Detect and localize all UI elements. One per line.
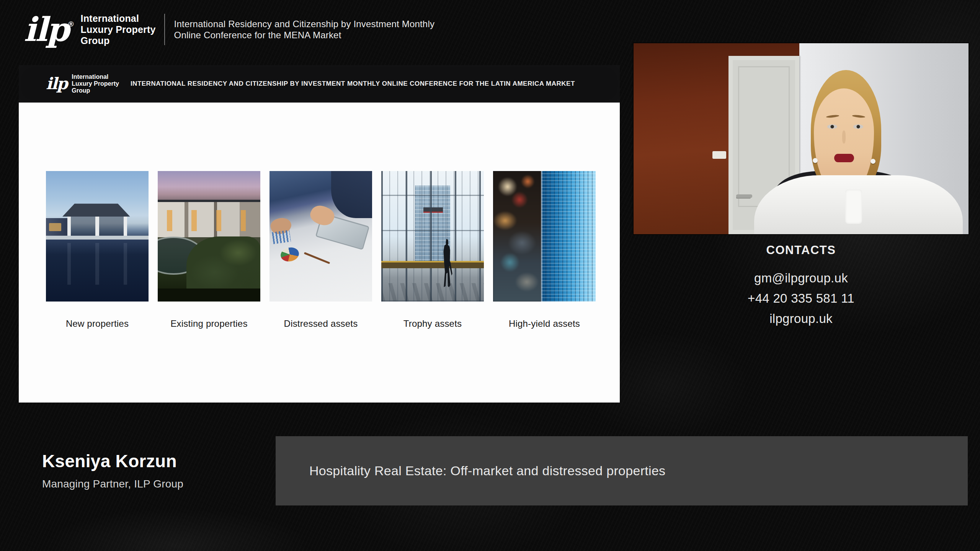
modern-house-sunset-image [158,171,260,302]
category-distressed-assets: Distressed assets [270,171,372,329]
hill-base-shape [158,289,260,302]
speaker-eye [853,124,863,129]
webinar-screen: ilp® International Luxury Property Group… [0,0,980,551]
category-label: High-yield assets [493,318,596,329]
top-banner: ilp® International Luxury Property Group… [24,7,434,52]
slide-header-bar: ilp International Luxury Property Group … [19,65,620,103]
speaker-video-feed [634,43,969,234]
speaker-earring [871,159,875,164]
registered-mark: ® [68,20,74,28]
bench-shape [381,262,484,268]
ilp-logo-script: ilp [24,10,68,49]
category-new-properties: New properties [46,171,149,329]
category-high-yield-assets: High-yield assets [493,171,596,329]
window-mullions-shape [381,171,484,302]
category-label: Trophy assets [381,318,484,329]
luxury-villa-pool-image [46,171,149,302]
speaker-collar [845,189,862,224]
contacts-heading: CONTACTS [634,243,969,257]
pool-deck-shape [46,236,149,240]
slide-ilp-logo-icon: ilp International Luxury Property Group [46,73,119,94]
webcam-door-handle [736,194,752,198]
lit-windows-shape [158,210,260,231]
event-title: International Residency and Citizenship … [174,18,435,41]
pie-chart-shape [279,246,301,263]
villa-window-glow [49,223,61,231]
glass-atrium-image [381,171,484,302]
digital-data-wall-image [493,171,596,302]
city-bokeh-shape [493,171,541,302]
speaker-eye [827,124,837,129]
contacts-block: CONTACTS gm@ilpgroup.uk +44 20 335 581 1… [634,243,969,329]
brand-name: International Luxury Property Group [80,13,155,46]
slide-ilp-logo-script: ilp [46,77,67,91]
slide-brand-name-line: International [72,73,119,80]
speaker-name: Kseniya Korzun [42,451,183,471]
asset-category-row: New properties Existing properties [46,171,596,329]
category-existing-properties: Existing properties [158,171,260,329]
brand-name-line: International [80,13,155,24]
contact-email: gm@ilpgroup.uk [634,268,969,288]
slide-brand-name-line: Group [72,87,119,94]
speaker-nose [842,130,846,143]
speaker-earring [813,158,818,163]
pavilion-posts-shape [67,215,127,238]
slide-brand-name: International Luxury Property Group [72,73,119,94]
led-data-wall-shape [541,171,596,302]
category-label: Existing properties [158,318,260,329]
event-title-line: International Residency and Citizenship … [174,18,435,29]
pool-reflection-shape [67,243,127,285]
suit-arm-shape [331,171,372,218]
brand-name-line: Luxury Property [80,24,155,35]
slide-body: New properties Existing properties [19,103,620,403]
slide-brand-name-line: Luxury Property [72,80,119,87]
contact-phone: +44 20 335 581 11 [634,288,969,308]
category-label: Distressed assets [270,318,372,329]
brand-divider [164,14,165,45]
speaker-lips [834,154,854,162]
session-title: Hospitality Real Estate: Off-market and … [309,463,665,478]
speaker-role: Managing Partner, ILP Group [42,478,183,490]
category-trophy-assets: Trophy assets [381,171,484,329]
speaker-identity: Kseniya Korzun Managing Partner, ILP Gro… [42,451,183,490]
pen-shape [304,252,330,264]
session-title-bar: Hospitality Real Estate: Off-market and … [276,436,968,505]
pavilion-roof-shape [62,204,130,217]
presentation-slide: ilp International Luxury Property Group … [19,65,620,403]
brand-name-line: Group [80,35,155,46]
contact-website: ilpgroup.uk [634,308,969,329]
business-meeting-image [270,171,372,302]
wall-edge-highlight [541,171,542,302]
event-title-line: Online Conference for the MENA Market [174,29,435,41]
ilp-logo-icon: ilp® [24,15,74,44]
bar-chart-shape [272,230,291,244]
category-label: New properties [46,318,149,329]
floor-shadows-shape [381,283,484,302]
webcam-light-switch [712,151,726,159]
slide-header-title: INTERNATIONAL RESIDENCY AND CITIZENSHIP … [131,80,575,88]
